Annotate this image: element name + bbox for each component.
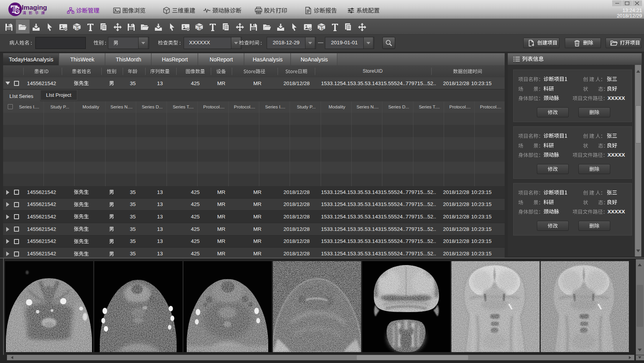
svg-text:S: S: [14, 5, 20, 16]
